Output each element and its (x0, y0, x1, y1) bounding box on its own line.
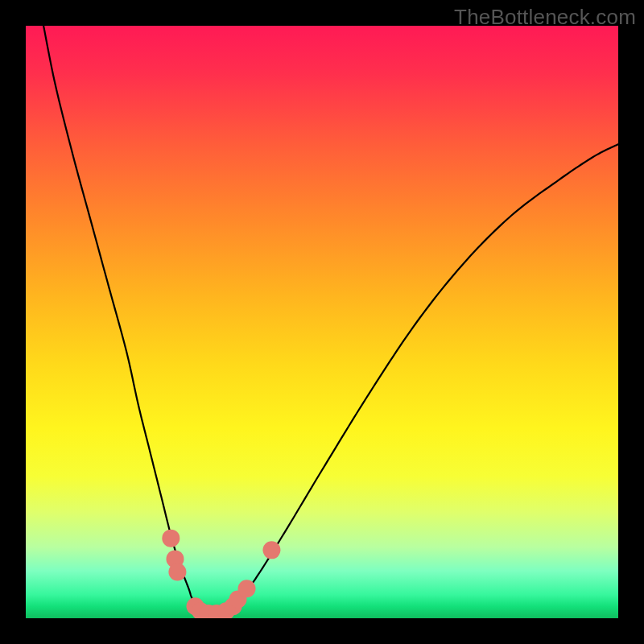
data-marker (168, 564, 186, 581)
chart-frame: TheBottleneck.com (0, 0, 644, 644)
marker-group (162, 530, 280, 618)
data-marker (262, 541, 280, 559)
chart-overlay (26, 26, 618, 618)
plot-area (26, 26, 618, 618)
bottleneck-curve (43, 26, 618, 617)
data-marker (162, 530, 180, 547)
data-marker (238, 580, 256, 597)
